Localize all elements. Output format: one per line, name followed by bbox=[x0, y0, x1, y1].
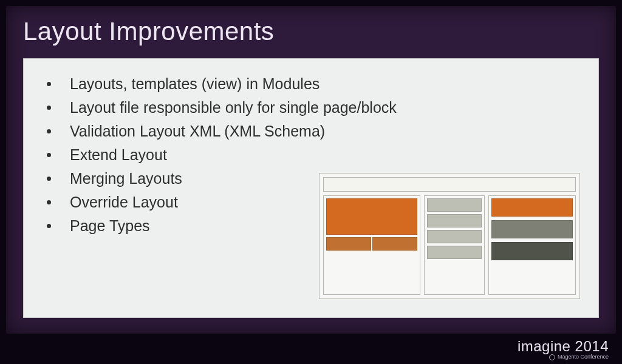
wireframe-block-grey bbox=[427, 246, 482, 259]
wireframe-block-orange bbox=[326, 198, 417, 235]
list-item: Extend Layout bbox=[41, 143, 581, 167]
wireframe-right-column bbox=[488, 195, 576, 295]
wireframe-left-column bbox=[323, 195, 420, 295]
wireframe-middle-column bbox=[424, 195, 485, 295]
magento-logo-icon bbox=[549, 354, 555, 360]
wireframe-block-grey bbox=[491, 220, 573, 238]
list-item: Validation Layout XML (XML Schema) bbox=[41, 120, 581, 143]
slide-title: Layout Improvements bbox=[23, 17, 274, 46]
list-item: Layouts, templates (view) in Modules bbox=[41, 72, 581, 96]
brand-word: imagine bbox=[518, 338, 571, 354]
wireframe-block-grey bbox=[427, 230, 482, 243]
list-item: Layout file responsible only for single … bbox=[41, 96, 581, 120]
slide-body: Layouts, templates (view) in Modules Lay… bbox=[23, 58, 599, 318]
event-subline-text: Magento Conference bbox=[558, 354, 609, 360]
wireframe-block-grey bbox=[491, 242, 573, 260]
wireframe-block-orange bbox=[372, 237, 417, 251]
slide: Layout Improvements Layouts, templates (… bbox=[6, 6, 616, 334]
wireframe-block-grey bbox=[427, 198, 482, 212]
wireframe-block-orange bbox=[326, 237, 371, 251]
wireframe-block-orange bbox=[491, 198, 573, 217]
event-brand: imagine 2014 bbox=[518, 338, 609, 355]
wireframe-header-region bbox=[323, 177, 576, 192]
wireframe-block-grey bbox=[427, 214, 482, 228]
layout-wireframe-icon bbox=[319, 173, 580, 299]
slide-footer: imagine 2014 Magento Conference bbox=[518, 338, 609, 360]
brand-year: 2014 bbox=[575, 338, 609, 354]
